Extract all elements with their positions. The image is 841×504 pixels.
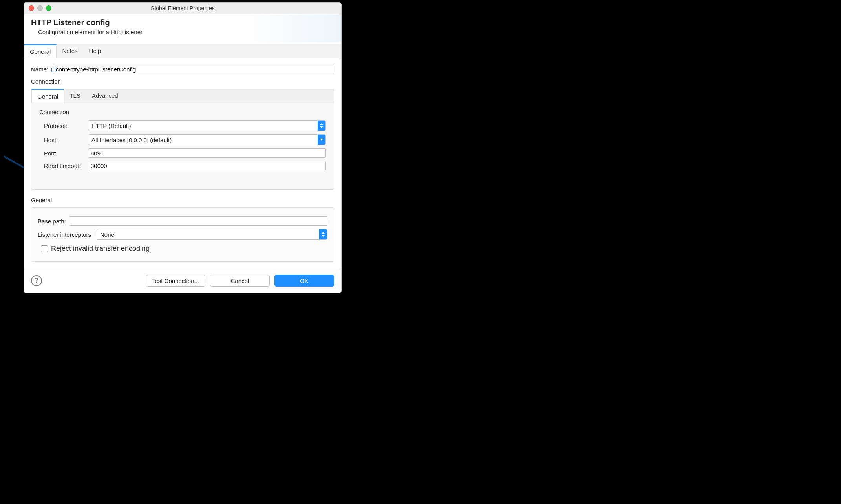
general-section-title: General <box>31 197 334 203</box>
inner-tab-general[interactable]: General <box>31 89 64 103</box>
host-row: Host: All Interfaces [0.0.0.0] (default) <box>44 134 326 145</box>
connection-subtitle: Connection <box>39 109 326 115</box>
outer-tabs: General Notes Help <box>24 44 341 58</box>
interceptors-select[interactable]: None <box>97 229 327 240</box>
minimize-icon[interactable] <box>37 5 43 11</box>
name-row: Name: <box>31 64 334 74</box>
ok-button[interactable]: OK <box>274 275 334 287</box>
cancel-button[interactable]: Cancel <box>210 275 270 287</box>
connection-panel-body: Connection Protocol: HTTP (Default) Host… <box>31 103 334 189</box>
window-controls <box>29 5 51 11</box>
read-timeout-input[interactable] <box>88 161 326 170</box>
port-label: Port: <box>44 150 88 157</box>
base-path-row: Base path: <box>38 216 327 226</box>
host-combobox[interactable]: All Interfaces [0.0.0.0] (default) <box>88 134 326 145</box>
connection-panel: General TLS Advanced Connection Protocol… <box>31 89 334 190</box>
help-icon[interactable]: ? <box>31 275 42 286</box>
read-timeout-row: Read timeout: <box>44 161 326 170</box>
read-timeout-label: Read timeout: <box>44 163 88 169</box>
protocol-label: Protocol: <box>44 122 88 129</box>
interceptors-value: None <box>97 231 319 238</box>
updown-icon <box>318 121 325 131</box>
titlebar: Global Element Properties <box>24 3 341 14</box>
base-path-label: Base path: <box>38 218 69 225</box>
dialog-header: HTTP Listener config Configuration eleme… <box>24 14 341 42</box>
inner-tab-tls[interactable]: TLS <box>64 89 86 103</box>
window-title: Global Element Properties <box>24 5 341 11</box>
host-label: Host: <box>44 137 88 143</box>
protocol-row: Protocol: HTTP (Default) <box>44 120 326 131</box>
port-input[interactable] <box>88 148 326 158</box>
page-title: HTTP Listener config <box>31 18 334 27</box>
chevron-down-icon <box>318 135 325 145</box>
zoom-icon[interactable] <box>46 5 51 11</box>
tab-notes[interactable]: Notes <box>57 44 83 58</box>
dialog-footer: ? Test Connection... Cancel OK <box>24 269 341 293</box>
base-path-input[interactable] <box>69 216 327 226</box>
interceptors-row: Listener interceptors None <box>38 229 327 240</box>
host-value: All Interfaces [0.0.0.0] (default) <box>88 137 318 143</box>
reject-encoding-checkbox[interactable] <box>41 245 48 252</box>
tab-general[interactable]: General <box>24 44 57 58</box>
reject-encoding-label: Reject invalid transfer encoding <box>51 245 150 253</box>
updown-icon <box>319 229 327 239</box>
info-badge-icon <box>51 68 56 72</box>
name-input[interactable] <box>53 64 334 74</box>
dialog-body: Name: Connection General TLS Advanced Co… <box>24 58 341 262</box>
general-panel: Base path: Listener interceptors None <box>31 207 334 262</box>
connection-section-title: Connection <box>31 78 334 85</box>
inner-tab-advanced[interactable]: Advanced <box>86 89 124 103</box>
port-row: Port: <box>44 148 326 158</box>
tab-help[interactable]: Help <box>84 44 107 58</box>
interceptors-label: Listener interceptors <box>38 231 97 238</box>
protocol-value: HTTP (Default) <box>88 122 318 129</box>
reject-encoding-row: Reject invalid transfer encoding <box>41 245 327 253</box>
close-icon[interactable] <box>29 5 34 11</box>
page-subtitle: Configuration element for a HttpListener… <box>38 29 334 35</box>
inner-tabs: General TLS Advanced <box>31 89 334 103</box>
dialog-window: Global Element Properties HTTP Listener … <box>24 2 342 293</box>
name-label: Name: <box>31 66 53 73</box>
test-connection-button[interactable]: Test Connection... <box>146 275 205 287</box>
protocol-select[interactable]: HTTP (Default) <box>88 120 326 131</box>
